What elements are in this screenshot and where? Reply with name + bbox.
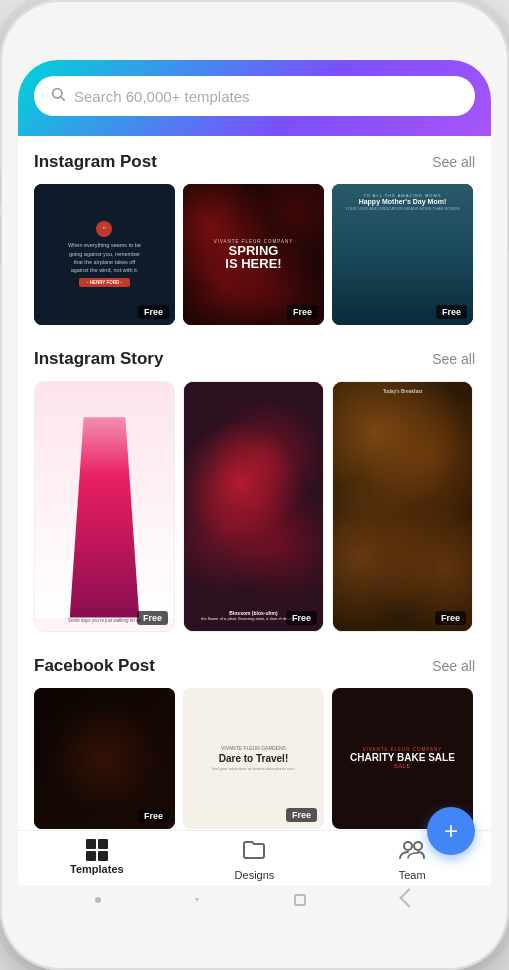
instagram-post-card-3[interactable]: TO ALL THE AMAZING MOMS Happy Mother's D…: [332, 184, 473, 325]
charity-title: CHARITY BAKE SALE: [350, 752, 455, 763]
fb-card2-free-badge: Free: [286, 808, 317, 822]
facebook-post-see-all[interactable]: See all: [432, 658, 475, 674]
nav-item-templates[interactable]: Templates: [62, 839, 132, 881]
templates-icon: [86, 839, 108, 861]
phone-shell: Search 60,000+ templates Instagram Post …: [0, 0, 509, 970]
fb-card1-circles: [48, 702, 161, 815]
volume-down-button: [0, 215, 1, 265]
story1-text: Some days you're just walking on air: [62, 618, 147, 623]
mothers-day-sub: YOUR LOVE AND DEDICATION MEANS MORE THAN…: [345, 206, 460, 211]
instagram-story-card-1[interactable]: Some days you're just walking on air Fre…: [34, 381, 175, 632]
fb-card2-sub: find your adventure at vivante-adventure…: [212, 766, 294, 771]
instagram-post-cards-row: " When everything seems to begoing again…: [34, 184, 475, 325]
bottom-nav: Templates Designs: [18, 830, 491, 885]
instagram-story-section: Instagram Story See all Some days you're…: [18, 333, 491, 640]
facebook-post-cards-row: Free VIVANTE FLEUR GARDENS Dare to Trave…: [34, 688, 475, 829]
nav-label-designs: Designs: [235, 869, 275, 881]
section-header-facebook-post: Facebook Post See all: [34, 656, 475, 676]
svg-line-1: [61, 97, 65, 101]
search-placeholder: Search 60,000+ templates: [74, 88, 459, 105]
fab-button[interactable]: +: [427, 807, 475, 855]
search-icon: [50, 86, 66, 106]
svg-point-0: [53, 89, 62, 98]
header: Search 60,000+ templates: [18, 60, 491, 136]
card1-text: When everything seems to begoing against…: [68, 241, 141, 274]
nav-label-team: Team: [399, 869, 426, 881]
instagram-story-see-all[interactable]: See all: [432, 351, 475, 367]
story3-free-badge: Free: [435, 611, 466, 625]
instagram-story-cards-row: Some days you're just walking on air Fre…: [34, 381, 475, 632]
story3-food-bg: [333, 382, 472, 631]
facebook-post-title: Facebook Post: [34, 656, 155, 676]
instagram-post-see-all[interactable]: See all: [432, 154, 475, 170]
spring-title: SPRING IS HERE!: [225, 244, 281, 270]
home-dot: [95, 897, 101, 903]
designs-icon: [242, 839, 266, 867]
story2-free-badge: Free: [286, 611, 317, 625]
instagram-post-title: Instagram Post: [34, 152, 157, 172]
facebook-post-card-2[interactable]: VIVANTE FLEUR GARDENS Dare to Travel! fi…: [183, 688, 324, 829]
fab-icon: +: [444, 817, 458, 845]
card2-free-badge: Free: [287, 305, 318, 319]
story1-figure: [35, 382, 174, 618]
card3-free-badge: Free: [436, 305, 467, 319]
instagram-story-card-2[interactable]: Blossom (blos-uhm) the flower of a plant…: [183, 381, 324, 632]
svg-point-2: [404, 842, 412, 850]
volume-up-button: [0, 170, 1, 205]
home-back-arrow: [399, 888, 419, 908]
card1-free-badge: Free: [138, 305, 169, 319]
fb-card1-bg: [34, 688, 175, 829]
home-back-icon: [195, 898, 199, 902]
instagram-post-section: Instagram Post See all " When everything…: [18, 136, 491, 333]
nav-label-templates: Templates: [70, 863, 124, 875]
story1-person-shape: [70, 417, 139, 617]
instagram-story-title: Instagram Story: [34, 349, 163, 369]
charity-subtitle: SALE: [394, 763, 411, 769]
story1-free-badge: Free: [137, 611, 168, 625]
quote-icon: ": [96, 221, 112, 237]
mothers-day-title: Happy Mother's Day Mom!: [359, 198, 447, 206]
story2-flowers-bg: [184, 382, 323, 631]
instagram-post-card-1[interactable]: " When everything seems to begoing again…: [34, 184, 175, 325]
card1-author: - HENRY FORD -: [79, 278, 130, 287]
instagram-post-card-2[interactable]: VIVANTE FLEUR COMPANY SPRING IS HERE! Fr…: [183, 184, 324, 325]
phone-screen: Search 60,000+ templates Instagram Post …: [18, 60, 491, 915]
search-bar[interactable]: Search 60,000+ templates: [34, 76, 475, 116]
team-icon: [399, 839, 425, 867]
facebook-post-card-1[interactable]: Free: [34, 688, 175, 829]
section-header-instagram-story: Instagram Story See all: [34, 349, 475, 369]
svg-point-3: [414, 842, 422, 850]
instagram-story-card-3[interactable]: Today's Breakfast Free: [332, 381, 473, 632]
home-square-icon: [294, 894, 306, 906]
scroll-content[interactable]: Instagram Post See all " When everything…: [18, 136, 491, 830]
fb-card2-label: VIVANTE FLEUR GARDENS: [221, 745, 286, 751]
story3-label: Today's Breakfast: [333, 388, 472, 394]
facebook-post-section: Facebook Post See all Free VIVANTE FLEUR…: [18, 640, 491, 830]
fb-card1-free-badge: Free: [138, 809, 169, 823]
nav-item-designs[interactable]: Designs: [219, 839, 289, 881]
fb-card2-title: Dare to Travel!: [219, 753, 288, 764]
section-header-instagram-post: Instagram Post See all: [34, 152, 475, 172]
spring-text: VIVANTE FLEUR COMPANY SPRING IS HERE!: [183, 184, 324, 325]
home-area: [18, 885, 491, 915]
